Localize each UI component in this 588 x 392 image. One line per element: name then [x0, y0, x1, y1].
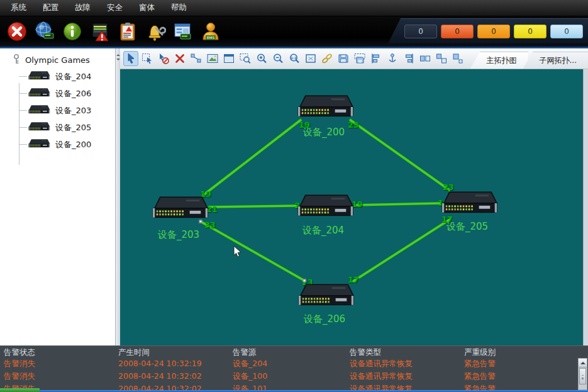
menu-item-0[interactable]: 系统 [3, 0, 35, 16]
device-tree-sidebar: Olympic Games 设备_204 设备_206 设备_203 设备_20… [0, 48, 115, 345]
menu-item-1[interactable]: 配置 [35, 0, 67, 16]
scroll-up-icon[interactable] [579, 359, 587, 367]
column-header[interactable]: 告警源 [233, 347, 257, 358]
tree-item-label: 设备_200 [55, 139, 91, 150]
mouse-cursor [233, 245, 241, 260]
node-label: 设备_205 [447, 221, 488, 233]
add-link-icon[interactable] [319, 51, 335, 66]
topology-node-设备_204[interactable] [296, 193, 355, 221]
node-label: 设备_204 [302, 225, 344, 237]
topology-node-设备_205[interactable] [440, 189, 499, 218]
tree-item-label: 设备_206 [55, 88, 91, 99]
tree-item-1[interactable]: 设备_206 [0, 85, 115, 102]
tree-item-label: 设备_203 [55, 105, 91, 116]
key-icon [13, 53, 20, 67]
alarm-cell: 设备_204 [233, 359, 267, 369]
alarm-counter-0[interactable]: 0 [404, 25, 437, 38]
save-icon[interactable] [336, 51, 351, 66]
device-icon [28, 138, 50, 150]
alarm-row[interactable]: 告警消失2008-04-24 10:32:19设备_204设备通讯异常恢复紧急告… [0, 357, 588, 370]
column-header[interactable]: 产生时间 [118, 347, 150, 358]
topology-canvas[interactable]: 191923232121191933231717 设备_200 设备_203 设… [120, 69, 588, 345]
event-log-icon[interactable] [116, 20, 140, 43]
alarm-cell: 紧急告警 [464, 359, 496, 369]
topology-toolbar: 1:1 主拓扑图子网拓扑... [120, 48, 588, 69]
scroll-thumb[interactable] [579, 368, 586, 384]
zoom-actual-icon[interactable]: 1:1 [287, 51, 302, 66]
tab-main-topology[interactable]: 主拓扑图 [470, 52, 528, 69]
topology-globe-icon[interactable] [33, 20, 57, 43]
column-header[interactable]: 告警类型 [350, 347, 381, 358]
align-right-icon[interactable] [401, 51, 416, 66]
alarm-cell: 紧急告警 [464, 371, 496, 382]
alarm-counter-3[interactable]: 0 [514, 25, 546, 38]
topology-tabs: 主拓扑图子网拓扑... [475, 52, 588, 69]
align-left-icon[interactable] [369, 51, 384, 66]
layout-offset-icon[interactable] [434, 51, 449, 66]
menu-item-3[interactable]: 安全 [99, 0, 131, 16]
app-toolbar: EMS 00000 [0, 16, 588, 47]
device-icon [28, 70, 50, 82]
device-icon [28, 87, 50, 99]
tree-root-label: Olympic Games [25, 55, 90, 65]
taskbar-fragment [0, 388, 40, 392]
tree-item-2[interactable]: 设备_203 [0, 102, 115, 119]
topology-node-设备_206[interactable] [296, 282, 355, 311]
column-header[interactable]: 告警状态 [4, 347, 35, 358]
anchor-layout-icon[interactable] [385, 51, 400, 66]
tree-item-3[interactable]: 设备_205 [0, 119, 115, 136]
tree-item-label: 设备_205 [55, 122, 91, 133]
canvas-scrollbar[interactable] [583, 69, 588, 345]
device-alarm-icon[interactable] [88, 20, 112, 43]
sidebar-splitter[interactable] [115, 48, 120, 345]
zoom-out-icon[interactable] [270, 51, 286, 66]
tree-item-0[interactable]: 设备_204 [0, 68, 115, 85]
device-icon [28, 104, 50, 116]
splitter-collapse-icon[interactable] [116, 52, 120, 56]
node-label: 设备_206 [304, 313, 345, 325]
alarm-counter-2[interactable]: 0 [477, 25, 510, 38]
topology-node-设备_203[interactable] [150, 194, 209, 223]
tree-item-4[interactable]: 设备_200 [0, 136, 115, 153]
alarm-counter-4[interactable]: 0 [550, 25, 583, 38]
save-frame-icon[interactable] [352, 51, 367, 66]
tab-subnet-topology[interactable]: 子网拓扑... [523, 52, 588, 69]
alarm-row[interactable]: 告警消失2008-04-24 10:32:02设备_100设备通讯异常恢复紧急告… [0, 370, 588, 383]
splitter-expand-icon[interactable] [116, 59, 120, 62]
zoom-in-icon[interactable] [254, 51, 269, 66]
menu-item-4[interactable]: 窗体 [131, 0, 163, 16]
link-select-icon[interactable] [189, 51, 204, 66]
overview-panel-icon[interactable] [221, 51, 236, 66]
device-icon [28, 121, 50, 133]
info-icon[interactable] [60, 20, 84, 43]
tree-item-label: 设备_204 [55, 71, 91, 82]
node-label: 设备_200 [303, 126, 345, 138]
fit-view-icon[interactable] [303, 51, 318, 66]
alarm-counter-panel: 00000 [388, 18, 588, 43]
alarm-cell: 设备通讯异常恢复 [350, 359, 413, 369]
alarm-config-icon[interactable] [143, 20, 167, 43]
alarm-cell: 2008-04-24 10:32:02 [118, 371, 202, 381]
tree-root-olympic-games[interactable]: Olympic Games [0, 48, 115, 68]
menu-item-2[interactable]: 故障 [67, 0, 99, 16]
background-image-icon[interactable] [205, 51, 220, 66]
node-label: 设备_203 [158, 229, 199, 241]
alarm-scrollbar[interactable] [578, 358, 587, 390]
layout-grid-icon[interactable] [450, 51, 465, 66]
select-icon[interactable] [123, 51, 138, 66]
device-window-icon[interactable] [171, 20, 195, 43]
ems-user-icon[interactable]: EMS [199, 20, 223, 43]
zoom-area-icon[interactable] [238, 51, 253, 66]
layout-horizontal-icon[interactable] [418, 51, 433, 66]
select-block-icon[interactable] [156, 51, 171, 66]
alarm-table-header: 告警状态产生时间告警源告警类型严重级别 [0, 346, 588, 357]
topology-node-设备_200[interactable] [296, 93, 355, 122]
column-header[interactable]: 严重级别 [464, 347, 496, 358]
alarm-counter-1[interactable]: 0 [441, 25, 474, 38]
marquee-select-icon[interactable] [140, 51, 155, 66]
alarm-cell: 2008-04-24 10:32:19 [118, 359, 202, 368]
ems-label: EMS [207, 36, 214, 40]
exit-icon[interactable] [5, 20, 29, 43]
menu-item-5[interactable]: 帮助 [163, 0, 195, 16]
delete-icon[interactable] [172, 51, 187, 66]
